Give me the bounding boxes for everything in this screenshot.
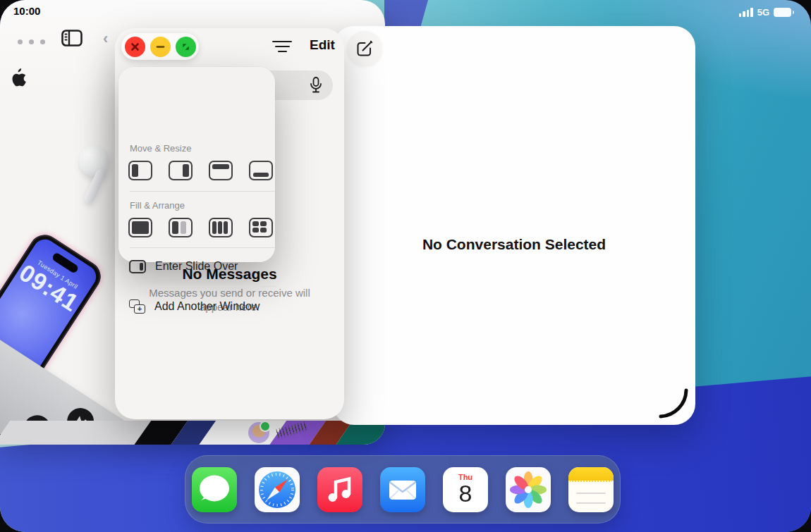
compose-icon: [355, 39, 374, 58]
battery-full-icon: [774, 8, 791, 17]
add-window-icon: +: [129, 299, 145, 314]
messages-detail-window: No Conversation Selected: [333, 26, 695, 425]
menu-divider: [130, 286, 275, 287]
split-panes-option[interactable]: [169, 218, 193, 237]
fullscreen-icon: [181, 42, 190, 51]
notes-yellow-strip: [568, 467, 614, 482]
add-another-window-item[interactable]: + Add Another Window: [118, 293, 275, 320]
three-columns-option[interactable]: [209, 218, 233, 237]
safari-compass-icon: [255, 467, 300, 512]
slide-over-icon: [129, 260, 146, 273]
dock-icon-photos[interactable]: [506, 467, 551, 512]
fullscreen-button[interactable]: [176, 37, 196, 57]
signal-bars-icon: [739, 8, 753, 17]
resize-corner-arc-icon[interactable]: [654, 385, 691, 421]
microphone-icon: [308, 76, 324, 94]
photos-flower-icon: [506, 467, 551, 512]
ellipsis-icon: [29, 39, 34, 44]
close-button[interactable]: [125, 37, 145, 57]
apple-logo-icon: [10, 68, 27, 90]
menu-divider: [130, 191, 275, 192]
top-half-option[interactable]: [209, 161, 233, 180]
left-half-option[interactable]: [128, 161, 152, 180]
close-icon: [130, 42, 140, 51]
minimize-button[interactable]: [150, 37, 171, 57]
compose-button[interactable]: [347, 31, 382, 66]
no-conversation-placeholder: No Conversation Selected: [333, 236, 695, 253]
grid-2x2-option[interactable]: [249, 218, 273, 237]
sidebar-toggle-button[interactable]: [61, 30, 83, 49]
dock-icon-mail[interactable]: [380, 467, 425, 512]
dock-icon-notes[interactable]: [568, 467, 614, 512]
memoji-avatar: [248, 422, 269, 443]
ellipsis-icon: [18, 39, 23, 44]
window-controls-menu: Move & Resize Fill & Arrange Enter Slide…: [118, 67, 275, 262]
back-button[interactable]: ‹: [103, 30, 108, 48]
status-bar-right: 5G: [739, 7, 791, 18]
enter-slide-over-item[interactable]: Enter Slide Over: [118, 253, 275, 280]
menu-divider: [130, 247, 275, 248]
ellipsis-icon: [40, 39, 45, 44]
menu-section-label: Move & Resize: [130, 143, 191, 154]
music-note-icon: [317, 467, 362, 512]
menu-section-label: Fill & Arrange: [130, 200, 185, 211]
webpage-product-banner: [0, 421, 385, 445]
right-half-option[interactable]: [169, 161, 193, 180]
dictation-button[interactable]: [308, 76, 324, 97]
ipad-screen: ‹ Tuesday 1 April 09:41: [0, 0, 811, 532]
edit-button[interactable]: Edit: [304, 37, 341, 53]
minimize-icon: [156, 42, 165, 51]
more-options-button[interactable]: [18, 35, 51, 47]
chevron-left-icon: ‹: [103, 30, 108, 47]
dock: Thu 8: [185, 455, 621, 524]
sidebar-toggle-icon: [61, 30, 83, 47]
window-controls-pill[interactable]: [121, 33, 199, 60]
mail-envelope-icon: [380, 467, 425, 512]
calendar-day: 8: [459, 481, 472, 505]
dock-icon-safari[interactable]: [255, 467, 300, 512]
network-type-label: 5G: [757, 7, 769, 18]
menu-item-label: Add Another Window: [154, 300, 260, 313]
menu-item-label: Enter Slide Over: [155, 260, 238, 273]
messages-bubble-icon: [192, 467, 237, 512]
bottom-half-option[interactable]: [249, 161, 273, 180]
filter-lines-icon: [272, 41, 292, 43]
dock-icon-calendar[interactable]: Thu 8: [443, 467, 488, 512]
dock-icon-messages[interactable]: [192, 467, 237, 512]
status-bar-time: 10:00: [13, 5, 40, 17]
dock-icon-music[interactable]: [317, 467, 362, 512]
fill-screen-option[interactable]: [128, 218, 152, 237]
filters-button[interactable]: [271, 37, 293, 56]
